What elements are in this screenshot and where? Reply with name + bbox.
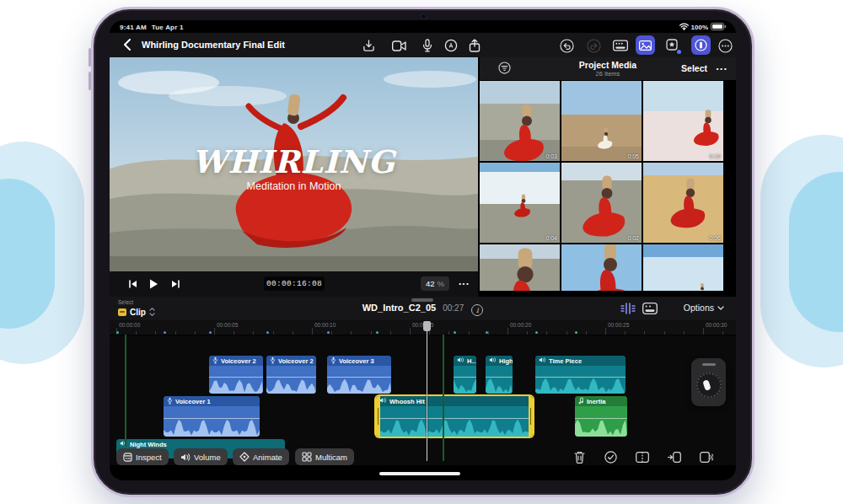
insert-clip-icon[interactable] [667, 449, 682, 464]
ruler-tick [136, 331, 137, 335]
playhead-handle[interactable] [423, 321, 431, 331]
camera-icon[interactable] [391, 38, 406, 53]
content-library-icon[interactable] [663, 35, 682, 55]
app-toolbar: Whirling Documentary Final Edit [110, 33, 736, 57]
ipad-device: 9:41 AMTue Apr 1 100% Whirling Documenta… [91, 7, 754, 497]
clip-start-marker [266, 331, 269, 334]
transport-more-button[interactable]: ... [459, 276, 470, 287]
clip-duration-badge: 0:10 [709, 153, 721, 159]
ruler-tick [410, 328, 411, 335]
clip-start-marker [575, 331, 577, 334]
microphone-icon[interactable] [420, 38, 435, 53]
status-bar: 9:41 AMTue Apr 1 100% [110, 20, 736, 33]
more-icon[interactable] [717, 38, 733, 53]
clip-start-marker [209, 331, 212, 334]
undo-icon[interactable] [559, 38, 574, 53]
timeline-clip[interactable]: Whoosh Hit [376, 396, 533, 437]
clock: 9:41 AM [120, 24, 147, 31]
clip-appearance-icon[interactable] [642, 301, 658, 316]
zoom-level[interactable]: 42% [421, 276, 449, 291]
import-icon[interactable] [361, 38, 376, 53]
ruler-tick [371, 331, 372, 335]
viewer-icon[interactable] [613, 38, 628, 53]
media-thumbnail[interactable]: 0:02 [561, 163, 642, 243]
trash-icon[interactable] [572, 449, 587, 464]
media-more-button[interactable]: ... [716, 60, 728, 72]
multicam-button[interactable]: Multicam [295, 448, 354, 465]
timeline-clip[interactable]: Inertia [575, 396, 627, 437]
timeline-clip[interactable]: H… [454, 356, 476, 394]
timeline-clip[interactable]: Voiceover 2 [209, 356, 263, 394]
project-title: Whirling Documentary Final Edit [142, 40, 285, 50]
detach-audio-icon[interactable] [699, 449, 714, 464]
back-button[interactable] [123, 39, 132, 54]
media-thumbnail[interactable]: 0:03 [480, 81, 560, 161]
share-icon[interactable] [467, 38, 482, 53]
home-indicator[interactable] [379, 472, 460, 475]
timeline-clip[interactable]: Voiceover 1 [164, 396, 260, 437]
media-thumbnail[interactable]: 0:05 [561, 81, 642, 161]
media-thumbnail[interactable]: 0:06 [643, 163, 723, 243]
snapping-icon[interactable] [620, 301, 636, 316]
jog-wheel[interactable] [696, 373, 722, 398]
clip-label: High… [499, 357, 513, 365]
ruler-tick [429, 331, 430, 335]
media-grid: 0:03 0:05 0:10 0:04 0:02 0:06 [480, 81, 726, 291]
volume-button[interactable]: Volume [174, 448, 228, 465]
speaker-icon [539, 357, 546, 365]
timeline-clip[interactable]: High… [486, 356, 513, 394]
ruler-tick [644, 331, 645, 335]
timeline-clip[interactable]: Voiceover 2 [266, 356, 316, 394]
skip-forward-icon[interactable] [169, 277, 182, 291]
ruler-tick [293, 331, 293, 335]
annotate-icon[interactable] [443, 38, 459, 53]
inspector-icon[interactable] [691, 35, 711, 55]
video-overlay-subtitle: Meditation in Motion [110, 180, 478, 192]
info-icon[interactable]: i [471, 304, 483, 316]
project-media-panel: Project Media 26 Items Select ... 0:03 0… [480, 57, 736, 291]
media-thumbnail[interactable]: 0:04 [480, 163, 560, 243]
animate-icon [239, 452, 250, 462]
check-circle-icon[interactable] [603, 449, 618, 464]
ruler-tick [253, 331, 254, 335]
clip-label: Voiceover 3 [339, 357, 374, 365]
ruler-tick [586, 331, 587, 335]
timecode-display[interactable]: 00:00:16:08 [264, 276, 325, 291]
media-thumbnail[interactable] [480, 244, 560, 291]
playhead-line[interactable] [427, 321, 427, 461]
media-thumbnail[interactable] [643, 244, 723, 291]
notification-dot [677, 50, 681, 54]
front-camera [421, 13, 427, 19]
inspect-button[interactable]: Inspect [116, 448, 169, 465]
video-preview: WHIRLING Meditation in Motion [110, 57, 478, 271]
ruler-timecode-label: 00:00:30 [706, 322, 727, 328]
timeline-clip[interactable]: Time Piece [535, 356, 626, 394]
trim-handle-right[interactable] [529, 396, 533, 437]
ruler-tick [684, 331, 685, 335]
ruler-tick [448, 331, 449, 335]
play-button[interactable] [147, 277, 160, 291]
volume-button-down [89, 72, 91, 90]
options-button[interactable]: Options [684, 303, 724, 313]
ruler-tick [703, 328, 704, 335]
split-clip-icon[interactable] [635, 449, 650, 464]
animate-button[interactable]: Animate [233, 448, 289, 465]
clip-start-marker [376, 331, 379, 334]
marketing-page: 9:41 AMTue Apr 1 100% Whirling Documenta… [0, 0, 843, 504]
app-screen: 9:41 AMTue Apr 1 100% Whirling Documenta… [110, 20, 736, 480]
clip-start-marker [535, 331, 538, 334]
ruler-tick [155, 331, 156, 335]
timeline-resize-handle[interactable] [411, 298, 433, 302]
media-browser-icon[interactable] [636, 35, 655, 55]
media-thumbnail[interactable] [561, 244, 642, 291]
clip-duration-badge: 0:06 [709, 235, 721, 241]
project-start-marker [125, 335, 126, 446]
skip-back-icon[interactable] [126, 277, 140, 291]
jog-wheel-panel[interactable] [691, 358, 726, 406]
select-button[interactable]: Select [681, 63, 707, 73]
media-thumbnail[interactable]: 0:10 [643, 81, 723, 161]
redo-icon[interactable] [586, 38, 601, 53]
jog-drag-handle[interactable] [702, 363, 716, 366]
timeline-clip[interactable]: Voiceover 3 [327, 356, 391, 394]
trim-handle-left[interactable] [376, 396, 380, 437]
